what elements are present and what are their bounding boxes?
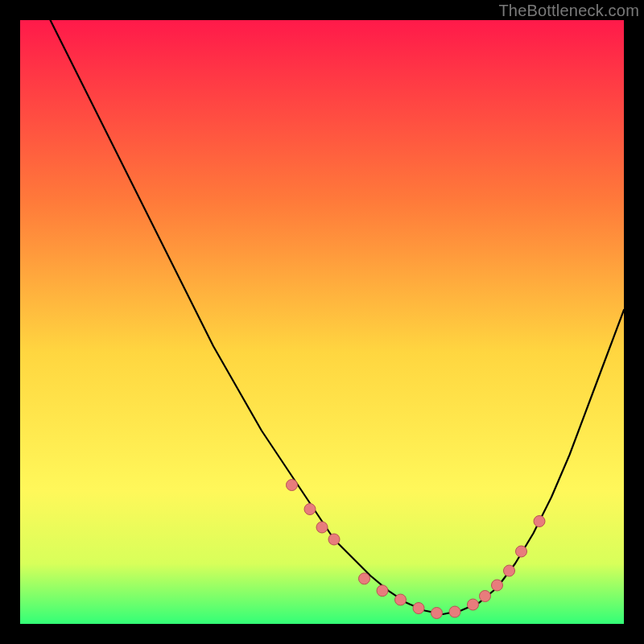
marker-dot: [304, 504, 316, 515]
marker-dot: [468, 599, 479, 610]
marker-dot: [359, 573, 370, 584]
plot-area: [20, 20, 624, 624]
marker-dot: [395, 594, 407, 605]
marker-dot: [449, 606, 460, 617]
marker-dot: [534, 516, 545, 527]
marker-dot: [328, 534, 340, 545]
chart-stage: TheBottleneck.com: [0, 0, 644, 644]
bottleneck-chart: [20, 20, 624, 624]
attribution-label: TheBottleneck.com: [498, 2, 639, 20]
marker-dot: [316, 522, 328, 533]
marker-dot: [504, 565, 515, 576]
marker-dot: [492, 580, 503, 591]
marker-dot: [516, 546, 527, 557]
marker-dot: [413, 603, 424, 614]
marker-dot: [480, 591, 491, 602]
marker-dot: [287, 480, 298, 491]
marker-dot: [377, 585, 388, 597]
marker-dot: [431, 608, 443, 619]
